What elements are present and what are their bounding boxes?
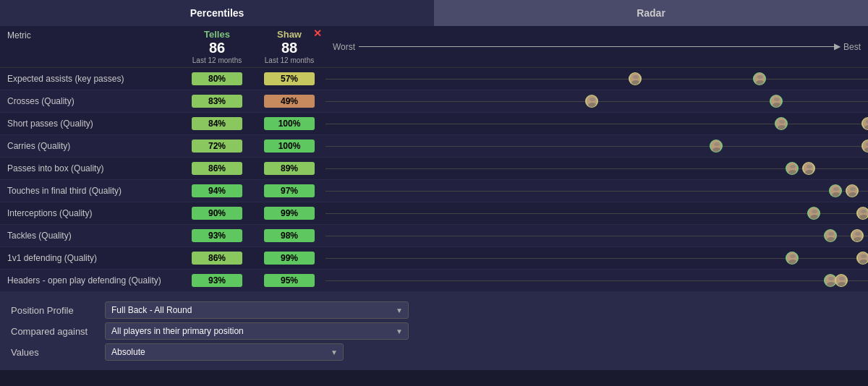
bar-area: [326, 113, 868, 134]
player1-dot: [786, 162, 799, 175]
table-row: 1v1 defending (Quality) 86% 99%: [0, 247, 868, 270]
metric-name: Short passes (Quality): [0, 116, 181, 132]
bar-line: [326, 191, 868, 192]
controls-section: Position Profile Full Back - All Round ▼…: [0, 292, 868, 370]
values-row: Values Absolute ▼: [11, 343, 857, 361]
player2-pct: 89%: [253, 160, 326, 177]
player1-header: Telles 86 Last 12 months: [181, 26, 253, 67]
player1-pct: 93%: [181, 227, 253, 244]
tab-percentiles[interactable]: Percentiles: [0, 0, 434, 26]
player1-dot: [710, 140, 723, 153]
player1-dot: [770, 95, 783, 108]
player1-pct: 72%: [181, 137, 253, 155]
bar-line: [326, 79, 868, 80]
bar-area: [326, 247, 868, 269]
player2-pct: 98%: [253, 227, 326, 244]
bar-area: [326, 158, 868, 179]
metric-name: Headers - open play defending (Quality): [0, 273, 181, 288]
player2-dot: [629, 72, 642, 85]
bar-line: [326, 146, 868, 147]
player1-pct: 84%: [181, 115, 253, 132]
player1-pct: 90%: [181, 205, 253, 222]
player2-dot: [851, 229, 864, 242]
player2-pct: 99%: [253, 249, 326, 267]
table-row: Tackles (Quality) 93% 98%: [0, 225, 868, 247]
player2-dot: [835, 274, 848, 287]
player2-dot: [861, 140, 868, 153]
table-header: Metric Telles 86 Last 12 months Shaw 88 …: [0, 26, 868, 68]
worst-best-header: Worst ▶ Best: [326, 26, 868, 67]
metrics-table: Expected assists (key passes) 80% 57% Cr…: [0, 68, 868, 292]
table-row: Interceptions (Quality) 90% 99%: [0, 202, 868, 225]
position-label: Position Profile: [11, 305, 105, 316]
table-row: Short passes (Quality) 84% 100%: [0, 113, 868, 135]
player2-dot: [802, 162, 815, 175]
table-row: Touches in final third (Quality) 94% 97%: [0, 180, 868, 202]
player2-dot: [585, 95, 598, 108]
player1-pct: 83%: [181, 93, 253, 110]
player1-dot: [775, 117, 788, 130]
player1-pct: 86%: [181, 160, 253, 177]
table-row: Carries (Quality) 72% 100%: [0, 135, 868, 158]
table-row: Passes into box (Quality) 86% 89%: [0, 158, 868, 180]
player2-pct: 49%: [253, 93, 326, 110]
bar-line: [326, 280, 868, 281]
metric-name: Passes into box (Quality): [0, 160, 181, 176]
player2-dot: [861, 117, 868, 130]
position-select[interactable]: Full Back - All Round: [105, 301, 409, 319]
compared-select-wrapper: All players in their primary position ▼: [105, 322, 409, 340]
values-select[interactable]: Absolute: [105, 343, 344, 361]
metric-name: Touches in final third (Quality): [0, 183, 181, 199]
tab-radar[interactable]: Radar: [434, 0, 868, 26]
metric-column-header: Metric: [0, 26, 181, 67]
player2-pct: 95%: [253, 272, 326, 289]
player1-pct: 80%: [181, 70, 253, 87]
bar-area: [326, 90, 868, 112]
player1-dot: [753, 72, 766, 85]
bar-line: [326, 236, 868, 236]
player1-pct: 94%: [181, 182, 253, 200]
player2-header: Shaw 88 Last 12 months ✕: [253, 26, 326, 67]
metric-name: Tackles (Quality): [0, 228, 181, 244]
values-select-wrapper: Absolute ▼: [105, 343, 344, 361]
table-row: Headers - open play defending (Quality) …: [0, 270, 868, 292]
player1-dot: [824, 229, 837, 242]
player2-dot: [846, 184, 859, 197]
player1-dot: [807, 207, 820, 220]
table-row: Crosses (Quality) 83% 49%: [0, 90, 868, 113]
remove-player2-button[interactable]: ✕: [313, 27, 322, 39]
player2-dot: [856, 252, 869, 265]
player1-dot: [829, 184, 842, 197]
values-label: Values: [11, 347, 105, 358]
tab-bar: Percentiles Radar: [0, 0, 868, 26]
metric-name: Crosses (Quality): [0, 93, 181, 109]
metric-name: 1v1 defending (Quality): [0, 250, 181, 266]
metric-name: Interceptions (Quality): [0, 205, 181, 221]
bar-area: [326, 180, 868, 202]
player1-pct: 93%: [181, 272, 253, 289]
bar-line: [326, 213, 868, 214]
player1-pct: 86%: [181, 249, 253, 267]
compared-against-row: Compared against All players in their pr…: [11, 322, 857, 340]
position-profile-row: Position Profile Full Back - All Round ▼: [11, 301, 857, 319]
bar-area: [326, 68, 868, 90]
bar-area: [326, 270, 868, 291]
metric-name: Carries (Quality): [0, 138, 181, 154]
player2-dot: [856, 207, 869, 220]
metric-name: Expected assists (key passes): [0, 71, 181, 87]
bar-area: [326, 135, 868, 157]
player2-pct: 97%: [253, 182, 326, 200]
player1-dot: [786, 252, 799, 265]
player2-pct: 99%: [253, 205, 326, 222]
bar-area: [326, 225, 868, 246]
player2-pct: 100%: [253, 137, 326, 155]
compared-select[interactable]: All players in their primary position: [105, 322, 409, 340]
player2-pct: 57%: [253, 70, 326, 87]
table-row: Expected assists (key passes) 80% 57%: [0, 68, 868, 90]
bar-area: [326, 202, 868, 224]
compared-label: Compared against: [11, 326, 105, 337]
position-select-wrapper: Full Back - All Round ▼: [105, 301, 409, 319]
player2-pct: 100%: [253, 115, 326, 132]
